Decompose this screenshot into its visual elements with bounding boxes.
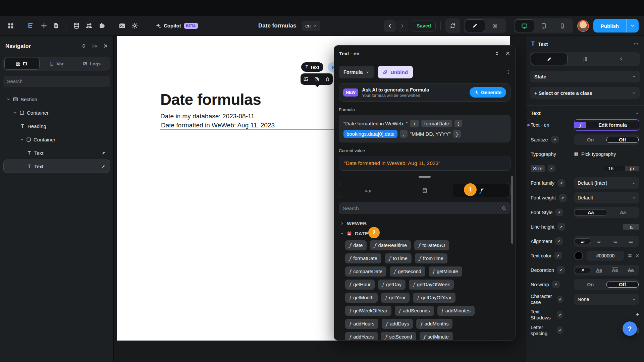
- dock-panel-icon[interactable]: [92, 44, 97, 49]
- expand-collapse-icon[interactable]: [82, 44, 86, 48]
- copilot-button[interactable]: Copilot BETA: [155, 23, 198, 29]
- toggle-off[interactable]: Off: [606, 282, 639, 288]
- tree-item-heading[interactable]: THeading: [3, 119, 110, 133]
- navigator-search-input[interactable]: [7, 79, 102, 84]
- formula-expression[interactable]: "Date formatted in WeWeb: "+formatDate(b…: [339, 115, 511, 142]
- line-height-unit[interactable]: a: [623, 224, 639, 230]
- formula-function-addYears[interactable]: ƒaddYears: [345, 332, 378, 341]
- formula-token[interactable]: (: [454, 120, 462, 127]
- bind-plug-icon[interactable]: [557, 223, 565, 231]
- decoration-none[interactable]: ✕: [575, 267, 591, 273]
- formula-function-setMinute[interactable]: ƒsetMinute: [420, 332, 453, 341]
- locale-selector[interactable]: en: [302, 21, 320, 31]
- formula-search-input[interactable]: [343, 205, 501, 211]
- swatch-grid-icon[interactable]: [628, 254, 632, 258]
- navigator-tree-icon[interactable]: [28, 22, 35, 29]
- toggle-on[interactable]: On: [575, 282, 606, 287]
- formula-function-getDayOfWeek[interactable]: ƒgetDayOfWeek: [409, 280, 454, 290]
- panel-resize-handle[interactable]: [419, 176, 431, 178]
- plugins-icon[interactable]: [98, 22, 105, 29]
- bind-plug-icon[interactable]: [555, 237, 563, 245]
- more-options-kebab-icon[interactable]: [506, 70, 511, 74]
- formula-function-setSecond[interactable]: ƒsetSecond: [381, 332, 416, 341]
- font-family-dropdown[interactable]: Default (Inter): [574, 177, 639, 189]
- tree-item-text[interactable]: TText: [3, 146, 110, 160]
- formula-function-compareDate[interactable]: ƒcompareDate: [345, 266, 386, 277]
- formula-token[interactable]: ,: [400, 130, 407, 138]
- toggle-on[interactable]: On: [575, 137, 606, 142]
- formula-token[interactable]: formatDate: [421, 120, 452, 127]
- dev-console-icon[interactable]: [119, 22, 125, 29]
- data-sources-icon[interactable]: [73, 22, 80, 29]
- formula-function-addHours[interactable]: ƒaddHours: [345, 319, 378, 329]
- bind-plug-icon[interactable]: [559, 194, 567, 202]
- align-right-button[interactable]: [607, 239, 623, 244]
- tab-interactions[interactable]: [603, 53, 639, 65]
- undo-back-button[interactable]: [384, 20, 396, 32]
- formula-function-addSeconds[interactable]: ƒaddSeconds: [395, 306, 434, 316]
- formula-function-formatDate[interactable]: ƒformatDate: [345, 253, 381, 263]
- bind-plug-icon[interactable]: [554, 252, 562, 259]
- pages-icon[interactable]: [53, 22, 59, 29]
- tree-item-text[interactable]: TText: [3, 160, 110, 173]
- formula-function-addMonths[interactable]: ƒaddMonths: [416, 319, 452, 329]
- color-swatch[interactable]: [574, 251, 583, 260]
- redo-forward-button[interactable]: [396, 20, 408, 32]
- font-style-italic[interactable]: Aa: [607, 210, 639, 215]
- tab-logs[interactable]: Logs: [74, 58, 109, 70]
- tree-item-container[interactable]: Container: [3, 106, 110, 119]
- tab-variables[interactable]: Var.: [40, 58, 74, 70]
- formula-function-getWeekOfYear[interactable]: ƒgetWeekOfYear: [345, 306, 391, 316]
- settings-gear-icon[interactable]: [131, 22, 138, 29]
- sync-refresh-button[interactable]: [445, 18, 460, 33]
- formula-function-fromTime[interactable]: ƒfromTime: [415, 253, 447, 263]
- tablet-breakpoint-button[interactable]: [534, 19, 553, 32]
- apps-grid-icon[interactable]: [7, 22, 14, 29]
- selection-tag[interactable]: T Text: [301, 62, 323, 72]
- add-element-icon[interactable]: [41, 22, 47, 29]
- publish-options-chevron[interactable]: [627, 19, 639, 33]
- font-style-normal[interactable]: Aa: [575, 209, 607, 216]
- formula-function-getYear[interactable]: ƒgetYear: [381, 293, 410, 303]
- formulas-source-tab[interactable]: ƒ: [453, 184, 509, 197]
- unbind-button[interactable]: Unbind: [378, 66, 413, 78]
- user-avatar[interactable]: [577, 20, 589, 32]
- formula-function-toTime[interactable]: ƒtoTime: [385, 253, 412, 263]
- tree-item-section[interactable]: Section: [3, 93, 110, 106]
- binding-mode-dropdown[interactable]: Formula: [339, 66, 374, 78]
- size-unit[interactable]: px: [625, 166, 639, 171]
- line-height-input[interactable]: a: [594, 222, 639, 232]
- publish-button[interactable]: Publish: [593, 19, 639, 33]
- tab-styles[interactable]: [531, 53, 568, 65]
- decoration-overline[interactable]: Aa: [607, 267, 623, 273]
- formula-function-addDays[interactable]: ƒaddDays: [382, 319, 413, 329]
- class-selector[interactable]: + Select or create a class: [530, 87, 640, 99]
- bind-plug-icon[interactable]: [551, 136, 559, 143]
- bind-plug-icon[interactable]: [555, 208, 563, 216]
- delete-trash-icon[interactable]: [325, 77, 330, 82]
- tab-settings[interactable]: [568, 53, 603, 65]
- formula-function-addMinutes[interactable]: ƒaddMinutes: [437, 306, 475, 316]
- bind-plug-icon[interactable]: [557, 326, 563, 334]
- state-dropdown[interactable]: State: [530, 71, 640, 82]
- align-left-button[interactable]: [575, 238, 591, 244]
- bind-plug-icon[interactable]: [557, 311, 563, 319]
- formula-function-toDateISO[interactable]: ƒtoDateISO: [414, 240, 449, 250]
- desktop-breakpoint-button[interactable]: [515, 19, 534, 32]
- formula-function-getHour[interactable]: ƒgetHour: [345, 280, 375, 290]
- bind-plug-icon[interactable]: [557, 179, 565, 187]
- help-button[interactable]: ?: [623, 321, 637, 336]
- formula-token[interactable]: +: [410, 120, 419, 127]
- decoration-strikethrough[interactable]: Aa: [623, 267, 639, 273]
- toggle-off[interactable]: Off: [606, 137, 639, 143]
- mobile-breakpoint-button[interactable]: [553, 19, 572, 32]
- close-icon[interactable]: [505, 51, 510, 56]
- formula-function-dateRealtime[interactable]: ƒdateRealtime: [370, 240, 411, 250]
- add-shadow-button[interactable]: +: [636, 311, 639, 318]
- color-hex-field[interactable]: #000000: [587, 251, 624, 261]
- clear-color-icon[interactable]: [635, 254, 639, 258]
- bind-plug-icon[interactable]: [557, 296, 563, 303]
- align-center-button[interactable]: [591, 239, 607, 244]
- save-to-library-icon[interactable]: [303, 76, 309, 82]
- canvas-heading[interactable]: Date formulas: [160, 90, 261, 109]
